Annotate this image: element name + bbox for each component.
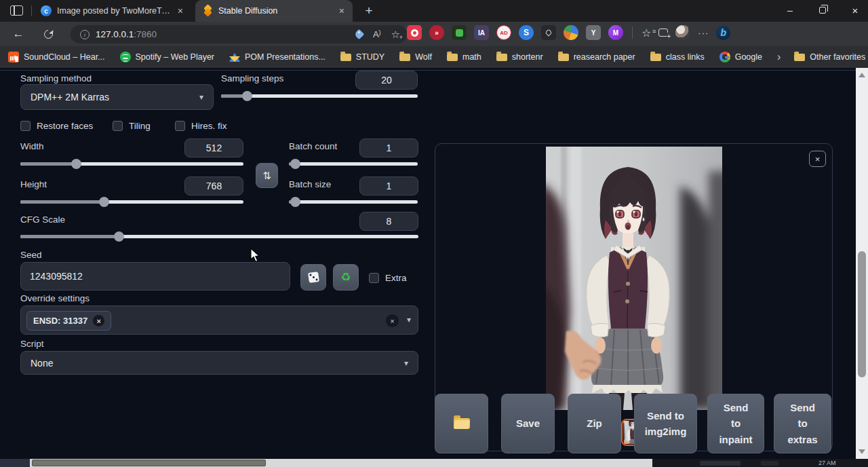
sd-webui-page: Sampling method DPM++ 2M Karras ▾ Sampli… (0, 68, 856, 459)
clear-all-icon[interactable]: × (386, 314, 399, 327)
browser-menu-icon[interactable]: ··· (698, 28, 709, 38)
slider-handle[interactable] (290, 197, 300, 207)
bookmark-other-favorites[interactable]: Other favorites (794, 52, 865, 62)
chevron-down-icon[interactable]: ▾ (407, 315, 411, 324)
width-slider[interactable] (20, 162, 243, 166)
tiling-checkbox[interactable] (113, 121, 123, 131)
send-to-img2img-button[interactable]: Send to img2img (634, 394, 697, 453)
bookmark-folder-research[interactable]: reasearch paper (558, 52, 635, 62)
extension-shazam-icon[interactable]: S (519, 25, 534, 40)
extension-globe-icon[interactable] (564, 25, 578, 40)
tab-actions-icon[interactable] (10, 5, 23, 16)
chip-remove-icon[interactable]: × (93, 315, 104, 326)
height-slider[interactable] (20, 200, 243, 204)
add-favorite-icon[interactable]: ☆ (391, 29, 400, 39)
slider-handle[interactable] (99, 197, 109, 207)
override-settings-multiselect[interactable]: ENSD: 31337 × × ▾ (20, 305, 418, 335)
seed-input[interactable] (20, 262, 290, 291)
bookmark-spotify[interactable]: Spotify – Web Player (120, 52, 215, 62)
tab2-close-icon[interactable]: × (338, 5, 346, 16)
collections-icon[interactable] (658, 29, 668, 37)
browser-titlebar: c Image posted by TwoMoreTimes × Stable … (0, 0, 868, 22)
site-info-icon[interactable]: i (80, 30, 90, 39)
save-button[interactable]: Save (501, 394, 555, 453)
reuse-seed-button[interactable]: ♻ (333, 264, 359, 291)
bookmark-folder-classlinks[interactable]: class links (650, 52, 705, 62)
zip-button[interactable]: Zip (568, 394, 621, 453)
shopping-tag-icon[interactable] (354, 29, 365, 40)
generated-image[interactable] (546, 147, 722, 410)
bookmark-folder-math[interactable]: math (447, 52, 481, 62)
tab-image-posted[interactable]: c Image posted by TwoMoreTimes × (34, 0, 191, 22)
cfg-scale-slider[interactable] (20, 235, 418, 238)
tab1-close-icon[interactable]: × (176, 5, 184, 16)
scroll-down-icon[interactable] (859, 449, 865, 454)
sampling-method-dropdown[interactable]: DPM++ 2M Karras ▾ (20, 84, 214, 110)
script-dropdown[interactable]: None ▾ (20, 351, 418, 375)
extension-green-icon[interactable] (452, 25, 467, 40)
tab-separator (31, 5, 32, 16)
batch-size-input[interactable]: 1 (359, 176, 418, 195)
extension-pin-icon[interactable] (541, 25, 556, 40)
bookmark-folder-study[interactable]: STUDY (340, 52, 384, 62)
restore-faces-checkbox[interactable] (20, 121, 31, 131)
sampling-steps-input[interactable]: 20 (355, 71, 418, 90)
bookmark-soundcloud[interactable]: SoundCloud – Hear... (8, 52, 105, 62)
back-button[interactable]: ← (9, 25, 27, 43)
slider-handle[interactable] (290, 159, 300, 169)
screen: c Image posted by TwoMoreTimes × Stable … (0, 0, 868, 467)
sampling-steps-slider[interactable] (221, 94, 418, 98)
batch-count-input[interactable]: 1 (359, 138, 418, 157)
recycle-icon: ♻ (340, 270, 351, 284)
bookmark-pom[interactable]: POM Presentations... (229, 52, 326, 62)
window-restore-button[interactable] (808, 0, 837, 20)
new-tab-button[interactable]: + (361, 3, 377, 19)
mouse-cursor (250, 248, 262, 263)
horizontal-scrollbar[interactable]: 27 AM (0, 459, 868, 467)
favorites-hub-icon[interactable]: ☆ (642, 26, 651, 39)
height-input[interactable]: 768 (184, 176, 243, 195)
extension-medal-icon[interactable]: M (608, 25, 623, 40)
send-to-inpaint-button[interactable]: Send to inpaint (707, 394, 764, 453)
gallery-close-button[interactable]: × (809, 151, 826, 167)
send-to-extras-button[interactable]: Send to extras (774, 394, 831, 453)
slider-handle[interactable] (71, 159, 81, 169)
bookmarks-overflow-chevron[interactable]: › (777, 51, 781, 63)
window-minimize-button[interactable]: – (775, 0, 805, 20)
read-aloud-icon[interactable]: A) (373, 29, 381, 39)
extension-ia-icon[interactable]: IA (474, 25, 489, 40)
bookmark-folder-shortenr[interactable]: shortenr (496, 52, 543, 62)
chevron-down-icon: ▾ (199, 92, 203, 102)
bing-chat-icon[interactable]: b (716, 26, 730, 40)
bookmark-folder-wolf[interactable]: Wolf (399, 52, 432, 62)
vertical-scrollbar[interactable] (856, 68, 868, 459)
override-chip[interactable]: ENSD: 31337 × (26, 311, 111, 331)
folder-icon (794, 54, 805, 61)
extension-y-icon[interactable]: Y (586, 25, 601, 40)
extra-seed-checkbox[interactable] (369, 273, 379, 283)
scroll-up-icon[interactable] (859, 73, 865, 77)
tab-stable-diffusion[interactable]: Stable Diffusion × (195, 0, 353, 22)
horizontal-scrollbar-thumb[interactable] (32, 460, 266, 466)
open-folder-button[interactable] (435, 394, 488, 453)
cfg-scale-input[interactable]: 8 (359, 212, 418, 231)
window-close-button[interactable]: × (840, 0, 868, 20)
extension-o-icon[interactable] (407, 25, 422, 40)
hires-fix-checkbox[interactable] (175, 121, 185, 131)
swap-dimensions-button[interactable]: ⇅ (256, 163, 278, 188)
slider-handle[interactable] (242, 91, 252, 101)
batch-count-slider[interactable] (289, 162, 418, 166)
bookmarks-bar: SoundCloud – Hear... Spotify – Web Playe… (0, 46, 868, 68)
scrollbar-thumb[interactable] (858, 251, 866, 377)
extension-adblock-icon[interactable]: AD (496, 25, 511, 40)
random-seed-button[interactable] (300, 264, 326, 291)
folder-icon (496, 54, 507, 61)
bookmark-google[interactable]: Google (719, 52, 762, 62)
address-bar[interactable]: i 127.0.0.1 :7860 A) ☆ (71, 25, 407, 43)
profile-avatar[interactable] (675, 25, 690, 40)
width-input[interactable]: 512 (184, 138, 243, 157)
batch-size-slider[interactable] (289, 200, 418, 204)
slider-handle[interactable] (114, 231, 124, 242)
extension-fastforward-icon[interactable]: » (429, 25, 444, 40)
refresh-button[interactable] (39, 25, 57, 43)
